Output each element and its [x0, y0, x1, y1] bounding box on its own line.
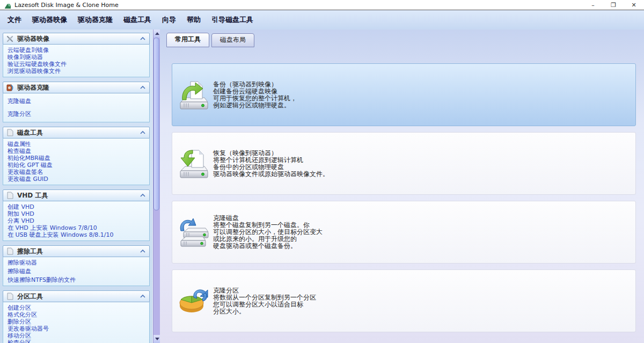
- collapse-chevron-icon[interactable]: [140, 130, 146, 135]
- sidebar-link-clone-disk[interactable]: 克隆磁盘: [8, 98, 149, 105]
- card-clone-disk[interactable]: 克隆磁盘 将整个磁盘复制到另一个磁盘。你 可以调整分区的大小，使目标分区变大 或…: [172, 201, 636, 264]
- card-line: 创建备份云端硬盘映像: [213, 88, 297, 95]
- collapse-chevron-icon[interactable]: [140, 294, 146, 298]
- tab-bar: 常用工具 磁盘布局: [166, 33, 254, 47]
- tools-icon: [6, 35, 14, 42]
- section-header-disk-tools[interactable]: 磁盘工具: [3, 127, 150, 138]
- card-clone-partition[interactable]: 克隆分区 将数据从一个分区复制到另一个分区 您可以调整分区大小以适合目标 分区大…: [172, 269, 636, 332]
- sidebar-link-install-windows-on-usb[interactable]: 在 USB 硬盘上安装 Windows 8/8.1/10: [8, 231, 149, 238]
- window-title: Lazesoft Disk Image & Clone Home: [14, 2, 119, 9]
- card-line: 备份中的分区或物理硬盘: [213, 164, 329, 171]
- menu-boot-disk-tools[interactable]: 引导磁盘工具: [206, 13, 259, 27]
- card-line: 例如逻辑分区或物理硬盘。: [213, 102, 297, 109]
- drive-clone-icon: [6, 84, 14, 91]
- card-line: 可用于恢复您的整个计算机，: [213, 95, 297, 102]
- sidebar-link-wipe-disk[interactable]: 擦除磁盘: [8, 268, 149, 275]
- sidebar-link-clone-partition[interactable]: 克隆分区: [8, 111, 149, 118]
- sidebar-link-format-partition[interactable]: 格式化分区: [8, 311, 149, 318]
- clone-partition-icon: [178, 286, 209, 317]
- section-title: VHD 工具: [17, 191, 140, 200]
- tab-common-tools[interactable]: 常用工具: [166, 33, 209, 47]
- sidebar-section-disk-tools: 磁盘工具 磁盘属性 检查磁盘 初始化MBR磁盘 初始化 GPT 磁盘 更改磁盘签…: [3, 127, 150, 185]
- sidebar-link-init-gpt-disk[interactable]: 初始化 GPT 磁盘: [8, 162, 149, 169]
- menu-drive-image[interactable]: 驱动器映像: [27, 13, 72, 27]
- sidebar-link-init-mbr-disk[interactable]: 初始化MBR磁盘: [8, 155, 149, 162]
- sidebar-link-attach-vhd[interactable]: 附加 VHD: [8, 210, 149, 217]
- menu-file[interactable]: 文件: [2, 13, 27, 27]
- collapse-chevron-icon[interactable]: [140, 37, 146, 41]
- sidebar-link-change-disk-signature[interactable]: 更改磁盘签名: [8, 169, 149, 176]
- sidebar-link-change-drive-letter[interactable]: 更改卷驱动器号: [8, 325, 149, 332]
- card-line: 将整个计算机还原到逻辑计算机: [213, 157, 329, 164]
- section-header-drive-clone[interactable]: 驱动器克隆: [3, 82, 150, 93]
- section-title: 分区工具: [17, 292, 140, 301]
- menu-bar: 文件 驱动器映像 驱动器克隆 磁盘工具 向导 帮助 引导磁盘工具: [0, 10, 644, 30]
- card-title: 恢复（映像到驱动器）: [213, 150, 329, 157]
- sidebar-link-wipe-drive[interactable]: 擦除驱动器: [8, 259, 149, 266]
- section-header-partition-tools[interactable]: 分区工具: [3, 290, 150, 302]
- card-line: 硬盘驱动器或整个磁盘备份。: [213, 243, 323, 250]
- card-line: 驱动器映像文件或原始驱动器映像文件。: [213, 171, 329, 178]
- sidebar-section-drive-image: 驱动器映像 云端硬盘到镜像 映像到驱动器 验证云端硬盘映像文件 浏览驱动器映像文…: [3, 33, 150, 77]
- wizard-card-list: 备份（驱动器到映像） 创建备份云端硬盘映像 可用于恢复您的整个计算机， 例如逻辑…: [172, 63, 636, 338]
- document-icon: [6, 192, 14, 199]
- menu-drive-clone[interactable]: 驱动器克隆: [72, 13, 118, 27]
- section-header-drive-image[interactable]: 驱动器映像: [3, 33, 150, 45]
- sidebar-scrollbar[interactable]: [153, 30, 160, 343]
- sidebar-link-image-to-drive[interactable]: 映像到驱动器: [8, 54, 149, 61]
- sidebar-section-vhd-tools: VHD 工具 创建 VHD 附加 VHD 分离 VHD 在 VHD 上安装 Wi…: [3, 189, 150, 241]
- sidebar-link-detach-vhd[interactable]: 分离 VHD: [8, 217, 149, 224]
- sidebar: 驱动器映像 云端硬盘到镜像 映像到驱动器 验证云端硬盘映像文件 浏览驱动器映像文…: [0, 30, 152, 343]
- sidebar-link-verify-image-file[interactable]: 验证云端硬盘映像文件: [8, 61, 149, 68]
- card-title: 备份（驱动器到映像）: [213, 81, 297, 88]
- document-icon: [6, 129, 14, 136]
- sidebar-link-create-vhd[interactable]: 创建 VHD: [8, 203, 149, 210]
- sidebar-link-cloud-disk-to-image[interactable]: 云端硬盘到镜像: [8, 47, 149, 54]
- section-title: 驱动器映像: [17, 34, 140, 43]
- sidebar-link-delete-partition[interactable]: 删除分区: [8, 318, 149, 325]
- section-header-vhd-tools[interactable]: VHD 工具: [3, 189, 150, 201]
- section-title: 磁盘工具: [17, 128, 140, 137]
- minimize-button[interactable]: –: [583, 0, 603, 10]
- main-panel: 常用工具 磁盘布局 备份（驱动器到映像） 创建备: [160, 30, 644, 343]
- restore-icon: [178, 148, 209, 179]
- card-line: 您可以调整分区大小以适合目标: [213, 301, 316, 308]
- card-backup-drive-to-image[interactable]: 备份（驱动器到映像） 创建备份云端硬盘映像 可用于恢复您的整个计算机， 例如逻辑…: [172, 63, 636, 126]
- backup-icon: [178, 79, 209, 111]
- card-line: 分区大小。: [213, 308, 316, 315]
- card-title: 克隆分区: [213, 287, 316, 294]
- window-controls: – ❐ ✕: [583, 0, 644, 10]
- tab-disk-layout[interactable]: 磁盘布局: [211, 33, 254, 47]
- sidebar-link-disk-properties[interactable]: 磁盘属性: [8, 141, 149, 148]
- sidebar-link-browse-image-file[interactable]: 浏览驱动器映像文件: [8, 68, 149, 75]
- sidebar-section-drive-clone: 驱动器克隆 克隆磁盘 克隆分区: [3, 82, 150, 122]
- card-line: 将数据从一个分区复制到另一个分区: [213, 294, 316, 301]
- section-title: 擦除工具: [17, 247, 140, 256]
- scrollbar-thumb[interactable]: [153, 38, 159, 210]
- collapse-chevron-icon[interactable]: [140, 249, 146, 253]
- section-title: 驱动器克隆: [17, 83, 140, 92]
- sidebar-link-move-partition[interactable]: 移动分区: [8, 332, 149, 339]
- document-icon: [6, 293, 14, 300]
- collapse-chevron-icon[interactable]: [140, 193, 146, 198]
- sidebar-link-fast-wipe-ntfs-deleted[interactable]: 快速擦除NTFS删除的文件: [8, 276, 149, 283]
- menu-wizard[interactable]: 向导: [157, 13, 181, 27]
- menu-help[interactable]: 帮助: [181, 13, 206, 27]
- restore-button[interactable]: ❐: [603, 0, 624, 10]
- sidebar-link-create-partition[interactable]: 创建分区: [8, 304, 149, 311]
- sidebar-link-check-disk[interactable]: 检查磁盘: [8, 148, 149, 155]
- menu-disk-tools[interactable]: 磁盘工具: [118, 13, 157, 27]
- section-header-wipe-tools[interactable]: 擦除工具: [3, 245, 150, 257]
- app-logo-icon: [4, 2, 11, 9]
- sidebar-section-partition-tools: 分区工具 创建分区 格式化分区 删除分区 更改卷驱动器号 移动分区 检查分区 分…: [3, 290, 150, 343]
- clone-disk-icon: [178, 217, 209, 248]
- document-icon: [6, 247, 14, 255]
- sidebar-link-change-disk-guid[interactable]: 更改磁盘 GUID: [8, 176, 149, 183]
- sidebar-link-install-windows-on-vhd[interactable]: 在 VHD 上安装 Windows 7/8/10: [8, 224, 149, 231]
- sidebar-link-check-partition[interactable]: 检查分区: [8, 339, 149, 343]
- title-bar: Lazesoft Disk Image & Clone Home – ❐ ✕: [0, 0, 644, 10]
- close-button[interactable]: ✕: [624, 0, 644, 10]
- card-restore-image-to-drive[interactable]: 恢复（映像到驱动器） 将整个计算机还原到逻辑计算机 备份中的分区或物理硬盘 驱动…: [172, 132, 636, 195]
- collapse-chevron-icon[interactable]: [140, 85, 146, 90]
- sidebar-section-wipe-tools: 擦除工具 擦除驱动器 擦除磁盘 快速擦除NTFS删除的文件: [3, 245, 150, 286]
